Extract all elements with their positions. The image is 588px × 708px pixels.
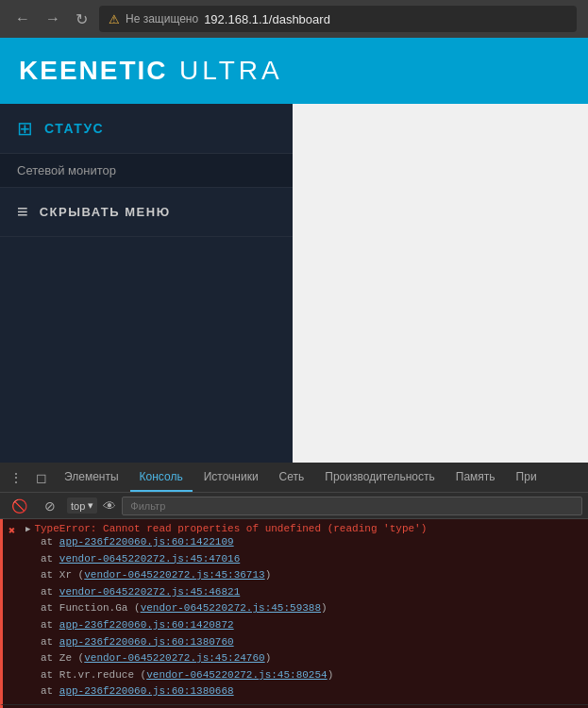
tab-elements[interactable]: Элементы <box>55 463 128 492</box>
console-output: ✖ ▶ TypeError: Cannot read properties of… <box>0 519 588 708</box>
tab-more[interactable]: При <box>507 463 546 492</box>
stack-line: at Rt.vr.reduce (vendor-0645220272.js:45… <box>25 667 582 684</box>
stack-line: at Xr (vendor-0645220272.js:45:36713) <box>25 567 582 584</box>
tab-console[interactable]: Консоль <box>130 463 193 492</box>
browser-chrome: ← → ↻ ⚠ Не защищено 192.168.1.1/dashboar… <box>0 0 588 38</box>
console-entry-error-1: ✖ ▶ TypeError: Cannot read properties of… <box>0 519 588 705</box>
logo-keenetic: KEENETIC <box>19 56 168 86</box>
tab-network[interactable]: Сеть <box>270 463 314 492</box>
tab-memory[interactable]: Память <box>446 463 505 492</box>
not-secure-label: Не защищено <box>126 12 198 25</box>
devtools-toolbar: 🚫 ⊘ top ▾ 👁 <box>0 493 588 519</box>
sidebar: ⊞ СТАТУС Сетевой монитор ≡ СКРЫВАТЬ МЕНЮ <box>0 104 293 463</box>
stack-link[interactable]: vendor-0645220272.js:45:46821 <box>59 586 240 598</box>
stack-link[interactable]: app-236f220060.js:60:1380668 <box>59 685 234 697</box>
stack-link[interactable]: vendor-0645220272.js:45:24760 <box>84 652 264 664</box>
stack-line: at vendor-0645220272.js:45:46821 <box>25 584 582 601</box>
tab-sources[interactable]: Источники <box>194 463 268 492</box>
menu-toggle-icon: ≡ <box>17 201 28 223</box>
filter-toggle-button[interactable]: ⊘ <box>39 495 61 517</box>
stack-line: at vendor-0645220272.js:45:47016 <box>25 551 582 568</box>
stack-line: at app-236f220060.js:60:1420872 <box>25 617 582 634</box>
devtools-inspect-button[interactable]: ◻ <box>30 466 53 489</box>
console-filter-input[interactable] <box>122 497 582 515</box>
expand-triangle-1: ▶ <box>25 524 30 534</box>
app-header: KEENETIC ULTRA <box>0 38 588 104</box>
stack-link[interactable]: vendor-0645220272.js:45:47016 <box>59 553 240 565</box>
dropdown-arrow-icon: ▾ <box>88 499 93 512</box>
menu-toggle-label: СКРЫВАТЬ МЕНЮ <box>40 205 171 219</box>
eye-button[interactable]: 👁 <box>103 498 116 514</box>
forward-button[interactable]: → <box>42 7 64 31</box>
app-body: ⊞ СТАТУС Сетевой монитор ≡ СКРЫВАТЬ МЕНЮ <box>0 104 588 463</box>
sidebar-menu-toggle[interactable]: ≡ СКРЫВАТЬ МЕНЮ <box>0 187 293 237</box>
level-filter-select[interactable]: top ▾ <box>67 497 97 514</box>
back-button[interactable]: ← <box>11 7 34 31</box>
logo-ultra: ULTRA <box>179 56 283 86</box>
stack-link[interactable]: app-236f220060.js:60:1422109 <box>59 536 234 548</box>
stack-line: at app-236f220060.js:60:1422109 <box>25 534 582 551</box>
refresh-button[interactable]: ↻ <box>72 7 92 32</box>
devtools-tabs: ⋮ ◻ Элементы Консоль Источники Сеть Прои… <box>0 463 588 493</box>
sidebar-item-status[interactable]: ⊞ СТАТУС <box>0 104 293 154</box>
stack-line: at Function.Ga (vendor-0645220272.js:45:… <box>25 600 582 617</box>
devtools-panel: ⋮ ◻ Элементы Консоль Источники Сеть Прои… <box>0 463 588 708</box>
tab-performance[interactable]: Производительность <box>315 463 444 492</box>
clear-console-button[interactable]: 🚫 <box>6 495 33 517</box>
stack-link[interactable]: vendor-0645220272.js:45:36713 <box>84 569 264 581</box>
url-display: 192.168.1.1/dashboard <box>204 12 330 26</box>
stack-line: at app-236f220060.js:60:1380760 <box>25 634 582 651</box>
devtools-dock-button[interactable]: ⋮ <box>4 466 28 489</box>
address-bar[interactable]: ⚠ Не защищено 192.168.1.1/dashboard <box>99 6 577 32</box>
status-icon: ⊞ <box>17 117 33 140</box>
error-icon-1: ✖ <box>8 524 15 538</box>
stack-link[interactable]: vendor-0645220272.js:45:59388 <box>141 602 321 614</box>
sidebar-submenu-monitor[interactable]: Сетевой монитор <box>0 154 293 187</box>
main-content <box>293 104 588 463</box>
error-message-1: TypeError: Cannot read properties of und… <box>34 523 427 534</box>
status-label: СТАТУС <box>44 121 104 136</box>
warning-icon: ⚠ <box>109 12 120 26</box>
level-filter-value: top <box>71 500 85 512</box>
stack-link[interactable]: vendor-0645220272.js:45:80254 <box>146 669 327 681</box>
app-logo: KEENETIC ULTRA <box>19 56 283 86</box>
stack-link[interactable]: app-236f220060.js:60:1380760 <box>59 636 234 648</box>
stack-line: at Ze (vendor-0645220272.js:45:24760) <box>25 650 582 667</box>
error-title-1[interactable]: ▶ TypeError: Cannot read properties of u… <box>25 523 582 534</box>
stack-link[interactable]: app-236f220060.js:60:1420872 <box>59 619 234 631</box>
stack-line: at app-236f220060.js:60:1380668 <box>25 683 582 700</box>
